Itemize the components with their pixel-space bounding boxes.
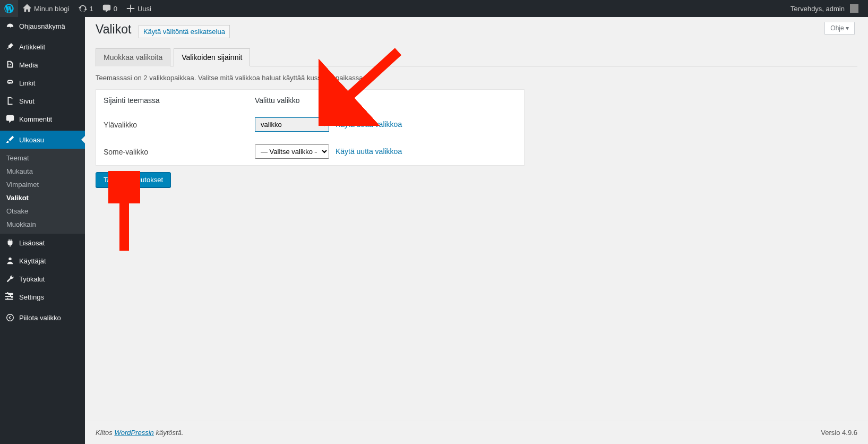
version-text: Versio 4.9.6 bbox=[821, 429, 857, 437]
menu-select-top[interactable]: valikko bbox=[255, 117, 329, 132]
user-icon bbox=[5, 256, 15, 266]
table-row: Some-valikko — Valitse valikko — Käytä u… bbox=[96, 138, 524, 165]
use-new-menu-link[interactable]: Käytä uutta valikkoa bbox=[336, 120, 402, 129]
live-preview-button[interactable]: Käytä välitöntä esikatselua bbox=[139, 25, 230, 38]
menu-dashboard[interactable]: Ohjausnäkymä bbox=[0, 17, 85, 35]
svg-point-0 bbox=[7, 314, 14, 321]
menu-label: Settings bbox=[19, 293, 44, 301]
submenu-header[interactable]: Otsake bbox=[0, 204, 85, 218]
site-name-link[interactable]: Minun blogi bbox=[18, 0, 74, 17]
menu-label: Sivut bbox=[19, 97, 35, 105]
nav-tabs: Muokkaa valikoita Valikoiden sijainnit bbox=[96, 48, 857, 66]
menu-comments[interactable]: Kommentit bbox=[0, 110, 85, 128]
menu-users[interactable]: Käyttäjät bbox=[0, 252, 85, 270]
plug-icon bbox=[5, 238, 15, 247]
submenu-widgets[interactable]: Vimpaimet bbox=[0, 178, 85, 191]
brush-icon bbox=[5, 135, 15, 144]
menu-label: Ulkoasu bbox=[19, 136, 44, 144]
new-content-link[interactable]: Uusi bbox=[122, 0, 156, 17]
save-button[interactable]: Tallenna muutokset bbox=[96, 172, 171, 187]
greeting-text: Tervehdys, admin bbox=[790, 5, 845, 13]
menu-label: Linkit bbox=[19, 79, 35, 87]
collapse-icon bbox=[5, 313, 15, 322]
use-new-menu-link[interactable]: Käytä uutta valikkoa bbox=[336, 147, 402, 156]
help-tab[interactable]: Ohje ▾ bbox=[824, 22, 855, 35]
location-label: Ylävalikko bbox=[96, 111, 247, 138]
submenu-editor[interactable]: Muokkain bbox=[0, 218, 85, 231]
menu-label: Ohjausnäkymä bbox=[19, 22, 65, 30]
table-row: Ylävalikko valikko Käytä uutta valikkoa bbox=[96, 111, 524, 138]
menu-locations-table: Sijainti teemassa Valittu valikko Yläval… bbox=[96, 89, 525, 166]
link-icon bbox=[5, 78, 15, 88]
menu-collapse[interactable]: Piilota valikko bbox=[0, 309, 85, 327]
avatar bbox=[850, 4, 858, 13]
footer-prefix: Kiitos bbox=[96, 429, 114, 437]
home-icon bbox=[22, 4, 32, 13]
menu-label: Lisäosat bbox=[19, 239, 45, 247]
menu-select-social[interactable]: — Valitse valikko — bbox=[255, 144, 329, 159]
footer-wp-link[interactable]: WordPressin bbox=[114, 429, 153, 437]
pin-icon bbox=[5, 42, 15, 52]
menu-settings[interactable]: Settings bbox=[0, 288, 85, 306]
submenu-menus[interactable]: Valikot bbox=[0, 191, 85, 204]
help-label: Ohje bbox=[830, 24, 844, 32]
menu-label: Työkalut bbox=[19, 275, 45, 283]
plus-icon bbox=[126, 4, 135, 13]
wrench-icon bbox=[5, 274, 15, 284]
wp-logo[interactable] bbox=[0, 0, 18, 17]
location-label: Some-valikko bbox=[96, 138, 247, 165]
sliders-icon bbox=[5, 292, 15, 302]
table-header-location: Sijainti teemassa bbox=[96, 90, 247, 111]
menu-label: Artikkelit bbox=[19, 43, 45, 51]
menu-appearance[interactable]: Ulkoasu bbox=[0, 131, 85, 149]
menu-label: Media bbox=[19, 61, 38, 69]
comments-count: 0 bbox=[114, 5, 117, 13]
page-icon bbox=[5, 96, 15, 106]
menu-label: Piilota valikko bbox=[19, 314, 61, 322]
chevron-down-icon: ▾ bbox=[846, 24, 849, 32]
menu-media[interactable]: Media bbox=[0, 56, 85, 74]
admin-toolbar: Minun blogi 1 0 Uusi Tervehdys, admin bbox=[0, 0, 868, 17]
comment-icon bbox=[102, 4, 111, 13]
menu-label: Käyttäjät bbox=[19, 257, 46, 265]
description-text: Teemassasi on 2 valikkopaikkaa. Valitse … bbox=[96, 74, 857, 82]
updates-count: 1 bbox=[90, 5, 93, 13]
submenu-customize[interactable]: Mukauta bbox=[0, 165, 85, 178]
menu-links[interactable]: Linkit bbox=[0, 74, 85, 92]
tab-edit-menus[interactable]: Muokkaa valikoita bbox=[96, 48, 170, 66]
tab-menu-locations[interactable]: Valikoiden sijainnit bbox=[174, 48, 250, 66]
updates-link[interactable]: 1 bbox=[74, 0, 98, 17]
content-area: Ohje ▾ Valikot Käytä välitöntä esikatsel… bbox=[85, 0, 868, 444]
page-title: Valikot bbox=[96, 22, 131, 37]
update-icon bbox=[78, 4, 88, 13]
wordpress-icon bbox=[4, 4, 14, 13]
submenu-appearance: Teemat Mukauta Vimpaimet Valikot Otsake … bbox=[0, 149, 85, 234]
menu-label: Kommentit bbox=[19, 115, 52, 123]
site-name: Minun blogi bbox=[34, 5, 70, 13]
dashboard-icon bbox=[5, 21, 15, 31]
comments-link[interactable]: 0 bbox=[98, 0, 122, 17]
admin-footer: Kiitos WordPressin käytöstä. Versio 4.9.… bbox=[85, 421, 868, 444]
menu-plugins[interactable]: Lisäosat bbox=[0, 234, 85, 252]
menu-tools[interactable]: Työkalut bbox=[0, 270, 85, 288]
table-header-menu: Valittu valikko bbox=[247, 90, 524, 111]
menu-pages[interactable]: Sivut bbox=[0, 92, 85, 110]
new-label: Uusi bbox=[137, 5, 151, 13]
admin-sidebar: Ohjausnäkymä Artikkelit Media Linkit Siv… bbox=[0, 17, 85, 444]
submenu-themes[interactable]: Teemat bbox=[0, 151, 85, 165]
comment-icon bbox=[5, 114, 15, 124]
account-link[interactable]: Tervehdys, admin bbox=[786, 0, 863, 17]
media-icon bbox=[5, 60, 15, 70]
menu-posts[interactable]: Artikkelit bbox=[0, 38, 85, 56]
footer-suffix: käytöstä. bbox=[154, 429, 184, 437]
